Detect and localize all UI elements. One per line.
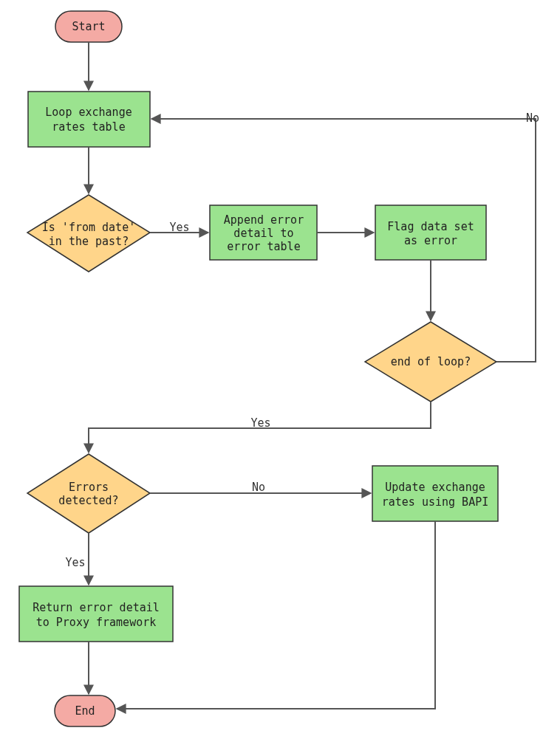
node-endloop-label: end of loop?	[391, 355, 471, 368]
node-update-label1: Update exchange	[385, 481, 485, 494]
node-errors-label1: Errors	[69, 481, 109, 494]
node-append-label1: Append error	[224, 213, 304, 227]
node-loop	[28, 92, 150, 147]
label-errors-no: No	[252, 481, 265, 494]
node-flag-label2: as error	[404, 234, 457, 247]
node-loop-label1: Loop exchange	[45, 106, 132, 119]
flowchart-diagram: Start Loop exchange rates table Is 'from…	[0, 0, 560, 756]
label-errors-yes: Yes	[65, 556, 85, 569]
label-endloop-no: No	[526, 111, 539, 125]
node-flag-label1: Flag data set	[387, 220, 474, 233]
node-append-label3: error table	[227, 240, 300, 253]
node-append-label2: detail to	[233, 227, 293, 240]
node-fromdate-label2: in the past?	[49, 235, 129, 248]
node-update-label2: rates using BAPI	[382, 495, 489, 509]
node-return	[19, 586, 173, 642]
label-endloop-yes: Yes	[250, 416, 270, 430]
node-end-label: End	[75, 704, 95, 718]
node-return-label2: to Proxy framework	[36, 616, 157, 629]
label-fromdate-yes: Yes	[169, 221, 189, 234]
node-return-label1: Return error detail	[33, 601, 160, 614]
node-update	[372, 466, 498, 521]
node-errors-label2: detected?	[58, 494, 118, 507]
node-fromdate-label1: Is 'from date'	[42, 221, 135, 234]
node-start-label: Start	[72, 20, 105, 33]
node-loop-label2: rates table	[52, 120, 125, 134]
